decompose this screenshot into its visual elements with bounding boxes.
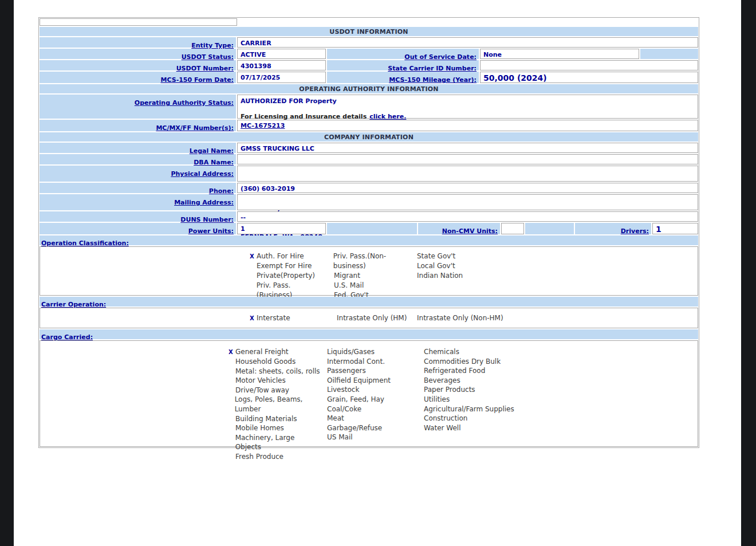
list-item: Mobile Homes — [229, 423, 320, 433]
list-item: Intermodal Cont. — [320, 357, 417, 367]
checked-marker: X — [250, 252, 257, 261]
usdot-status-row: USDOT Status: ACTIVE Out of Service Date… — [40, 49, 698, 59]
list-item-label: State Gov't — [417, 252, 455, 261]
carrier-snapshot-table: USDOT INFORMATION Entity Type: CARRIER U… — [38, 17, 699, 448]
list-item-label: Mobile Homes — [235, 423, 284, 433]
list-item-label: Household Goods — [235, 357, 296, 367]
list-column: ChemicalsCommodities Dry BulkRefrigerate… — [417, 347, 514, 462]
list-item-label: Logs, Poles, Beams, Lumber — [235, 395, 320, 414]
list-item: Indian Nation — [410, 271, 463, 281]
list-item: Chemicals — [417, 347, 514, 357]
mcs150-form-date-label[interactable]: MCS-150 Form Date: — [160, 76, 234, 84]
operation-classification-row: XAuth. For HireExempt For HirePrivate(Pr… — [40, 246, 698, 296]
power-units-label[interactable]: Power Units: — [188, 227, 234, 235]
checked-marker — [229, 376, 235, 386]
operating-authority-status-label[interactable]: Operating Authority Status: — [135, 99, 234, 107]
list-item: Private(Property) — [250, 271, 327, 281]
list-item: Meat — [320, 414, 417, 423]
authority-status-value-cell: AUTHORIZED FOR Property For Licensing an… — [237, 95, 698, 119]
checked-marker — [417, 347, 424, 357]
usdot-number-row: USDOT Number: 4301398 State Carrier ID N… — [40, 60, 698, 70]
mc-number-link[interactable]: MC-1675213 — [241, 122, 285, 131]
physical-address-label[interactable]: Physical Address: — [171, 170, 234, 178]
list-item-label: Garbage/Refuse — [327, 423, 382, 433]
cargo-carried-list: XGeneral FreightHousehold GoodsMetal: sh… — [40, 341, 514, 466]
mcs150-mileage-label[interactable]: MCS-150 Mileage (Year): — [389, 76, 477, 84]
checked-marker — [410, 313, 417, 323]
carrier-operation-header-cell: Carrier Operation: — [40, 297, 698, 307]
list-item: Exempt For Hire — [250, 261, 327, 271]
power-units-label-cell: Power Units: — [40, 223, 236, 234]
checked-marker — [229, 367, 235, 376]
drivers-label[interactable]: Drivers: — [621, 227, 649, 235]
mc-number-row: MC/MX/FF Number(s): MC-1675213 — [40, 120, 698, 131]
list-item-label: Intrastate Only (Non-HM) — [417, 313, 503, 323]
list-item-label: Intrastate Only (HM) — [337, 313, 407, 323]
list-item: Construction — [417, 414, 514, 423]
checked-marker — [320, 385, 327, 395]
checked-marker — [320, 347, 327, 357]
table-top-row — [40, 18, 698, 26]
physical-address-value: 5190 SPOONBILL LN FERNDALE, WA 98248 — [237, 166, 698, 182]
list-item-label: U.S. Mail — [334, 281, 364, 290]
list-item: Garbage/Refuse — [320, 423, 417, 433]
spacer-cell — [327, 223, 417, 234]
duns-row: DUNS Number: -- — [40, 211, 698, 222]
list-item-label: Interstate — [257, 313, 290, 323]
list-item: Agricultural/Farm Supplies — [417, 404, 514, 414]
list-item-label: Coal/Coke — [327, 404, 361, 414]
list-item-label: US Mail — [327, 433, 353, 442]
list-item: Utilities — [417, 395, 514, 404]
checked-marker — [417, 404, 424, 414]
list-item-label: Utilities — [424, 395, 450, 404]
usdot-status-value: ACTIVE — [237, 49, 326, 59]
list-item-label: Fresh Produce — [235, 452, 284, 462]
list-item: Beverages — [417, 376, 514, 386]
list-column: Intrastate Only (HM) — [330, 313, 410, 323]
list-item: Intrastate Only (HM) — [330, 313, 410, 323]
drivers-label-cell: Drivers: — [575, 223, 651, 234]
list-item-label: Local Gov't — [417, 261, 455, 271]
non-cmv-units-label[interactable]: Non-CMV Units: — [442, 227, 498, 235]
list-item: Refrigerated Food — [417, 366, 514, 376]
mc-mx-ff-label[interactable]: MC/MX/FF Number(s): — [156, 124, 234, 132]
mc-number-value-cell: MC-1675213 — [237, 120, 698, 131]
list-item: Paper Products — [417, 385, 514, 395]
list-item: Priv. Pass.(Non-business) — [327, 252, 410, 271]
list-item: Water Well — [417, 423, 514, 433]
dba-name-label-cell: DBA Name: — [40, 154, 236, 164]
entity-type-label-cell: Entity Type: — [40, 37, 236, 48]
checked-marker — [410, 271, 417, 281]
list-item: State Gov't — [410, 252, 463, 261]
usdot-number-value: 4301398 — [237, 60, 326, 70]
list-item: Household Goods — [229, 357, 320, 367]
list-item: US Mail — [320, 433, 417, 442]
list-item-label: Building Materials — [235, 414, 297, 424]
state-carrier-id-label-cell: State Carrier ID Number: — [327, 60, 479, 70]
dba-name-value — [237, 154, 698, 164]
list-item: U.S. Mail — [327, 281, 410, 290]
checked-marker: X — [250, 313, 257, 323]
mcs150-form-date-value: 07/17/2025 — [237, 72, 326, 83]
list-item-label: Grain, Feed, Hay — [327, 395, 384, 404]
list-item-label: Motor Vehicles — [235, 376, 286, 386]
checked-marker — [320, 404, 327, 414]
mailing-address-label-cell: Mailing Address: — [40, 194, 236, 210]
mailing-address-row: Mailing Address: 5190 SPOONBILL LN FERND… — [40, 194, 698, 210]
mailing-address-label[interactable]: Mailing Address: — [174, 199, 234, 206]
checked-marker — [320, 376, 327, 386]
authority-status-label-cell: Operating Authority Status: — [40, 95, 236, 119]
list-item-label: Chemicals — [424, 347, 459, 357]
physical-address-row: Physical Address: 5190 SPOONBILL LN FERN… — [40, 166, 698, 182]
checked-marker — [417, 414, 424, 423]
checked-marker — [229, 414, 235, 424]
checked-marker — [250, 271, 257, 281]
oos-filler-cell — [640, 49, 698, 59]
list-item: Building Materials — [229, 414, 320, 424]
list-column: XGeneral FreightHousehold GoodsMetal: sh… — [229, 347, 320, 462]
oos-value-area: None — [480, 49, 698, 59]
list-item-label: Priv. Pass.(Non-business) — [333, 252, 410, 271]
list-item-label: Migrant — [334, 271, 360, 281]
list-item: Local Gov't — [410, 261, 463, 271]
cargo-carried-header-row: Cargo Carried: — [40, 329, 698, 339]
